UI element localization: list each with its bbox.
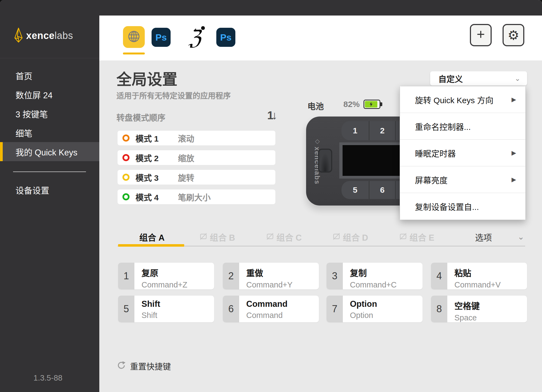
device-button-5: 5: [341, 181, 369, 199]
sidebar-separator: [0, 58, 99, 58]
menu-item-screen-brightness[interactable]: 屏幕亮度 ▶: [400, 166, 525, 193]
menu-item-label: 屏幕亮度: [415, 174, 448, 186]
tab-label: 组合 A: [139, 231, 165, 243]
key-card-1[interactable]: 1 复原 Command+Z: [118, 263, 214, 289]
photoshop-icon: Ps: [155, 32, 167, 43]
dial-mode-row-4[interactable]: 模式 4 笔刷大小: [118, 189, 275, 204]
dial-mode-row-3[interactable]: 模式 3 旋转: [118, 170, 275, 185]
tab-label: 组合 B: [210, 231, 235, 243]
device-mode-button: [318, 149, 332, 173]
preset-value: 自定义: [438, 72, 463, 84]
menu-item-rename-controller[interactable]: 重命名控制器...: [400, 113, 525, 140]
menu-item-sleep-timer[interactable]: 睡眠定时器 ▶: [400, 140, 525, 166]
xencelabs-prism-icon: [14, 28, 23, 44]
tab-set-a[interactable]: 组合 A: [139, 231, 165, 243]
sidebar-item-pen-display-24[interactable]: 数位屏 24: [0, 85, 99, 104]
brand-name-bold: xence: [26, 30, 55, 41]
device-button-6: 6: [369, 181, 396, 199]
device-button-2: 2: [369, 121, 396, 140]
mode-name: 模式 3: [136, 171, 170, 183]
submenu-arrow-icon: ▶: [512, 176, 516, 183]
mode-action: 滚动: [178, 132, 194, 144]
sidebar-item-my-quick-keys[interactable]: 我的 Quick Keys: [0, 142, 99, 161]
key-title: 重做: [246, 266, 292, 278]
key-number: 4: [431, 263, 447, 289]
key-shortcut: Space: [454, 313, 480, 322]
device-button-1: 1: [341, 121, 369, 140]
key-number: 2: [223, 263, 239, 289]
menu-item-copy-device-settings[interactable]: 复制设备设置自...: [400, 193, 525, 220]
gear-icon: ⚙: [507, 27, 519, 43]
key-card-2[interactable]: 2 重做 Command+Y: [223, 263, 319, 289]
brand-name: xencelabs: [26, 30, 73, 41]
settings-gear-button[interactable]: ⚙: [503, 24, 524, 46]
tab-label: 组合 E: [409, 231, 434, 243]
key-shortcut: Command+V: [454, 280, 501, 289]
menu-item-rotate-quick-keys[interactable]: 旋转 Quick Keys 方向 ▶: [400, 86, 525, 113]
xencelabs-mark-icon: ◇: [314, 138, 321, 145]
key-card-5[interactable]: 5 Shift Shift: [118, 296, 214, 322]
dial-mode-order-header: 转盘模式顺序: [116, 111, 165, 123]
key-card-6[interactable]: 6 Command Command: [223, 296, 319, 322]
reset-shortcuts-button[interactable]: 重置快捷键: [117, 360, 171, 372]
battery-icon: [364, 100, 380, 109]
sort-order-icon[interactable]: 1↓: [267, 109, 275, 122]
key-shortcut: Command: [246, 311, 288, 320]
key-title: Option: [350, 299, 377, 309]
reset-circular-arrow-icon: [117, 361, 126, 371]
menu-item-label: 旋转 Quick Keys 方向: [415, 94, 493, 106]
key-number: 1: [118, 263, 134, 289]
chevron-down-icon[interactable]: ⌄: [518, 232, 524, 241]
key-card-4[interactable]: 4 粘贴 Command+V: [431, 263, 527, 289]
sidebar-item-3-button-pen[interactable]: 3 按键笔: [0, 104, 99, 123]
key-card-8[interactable]: 8 空格键 Space: [431, 296, 527, 322]
unassigned-icon: [399, 233, 407, 241]
zbrush-icon: ℨ: [188, 25, 201, 50]
active-app-underline: [123, 53, 145, 54]
sidebar-item-home[interactable]: 首页: [0, 66, 99, 85]
mode-color-ring: [122, 134, 130, 142]
dial-mode-row-2[interactable]: 模式 2 缩放: [118, 150, 275, 165]
photoshop2-app-tile[interactable]: Ps: [216, 28, 235, 47]
key-shortcut: Command+C: [350, 280, 397, 289]
tab-set-c[interactable]: 组合 C: [266, 231, 302, 243]
key-title: 复制: [350, 266, 397, 278]
tab-options-dropdown[interactable]: 选项: [475, 231, 492, 243]
mode-name: 模式 4: [136, 191, 170, 203]
key-shortcut: Command+Z: [141, 280, 187, 289]
brand-name-light: labs: [55, 30, 73, 41]
sidebar-item-device-settings[interactable]: 设备设置: [0, 180, 99, 199]
tab-set-b[interactable]: 组合 B: [200, 231, 235, 243]
key-number: 5: [118, 296, 134, 322]
preset-dropdown[interactable]: 自定义 ⌄: [430, 71, 527, 85]
battery-nub: [380, 102, 382, 106]
mode-action: 笔刷大小: [178, 191, 211, 203]
key-title: Command: [246, 299, 288, 309]
tab-set-d[interactable]: 组合 D: [333, 231, 368, 243]
photoshop-icon: Ps: [220, 32, 232, 43]
tab-label: 组合 D: [343, 231, 368, 243]
submenu-arrow-icon: ▶: [512, 96, 516, 103]
global-settings-app-tile[interactable]: [123, 26, 145, 48]
key-title: 空格键: [454, 299, 480, 311]
zbrush-app-tile[interactable]: ℨ: [181, 23, 208, 50]
sidebar-divider: [13, 171, 86, 172]
lightning-bolt-icon: [369, 102, 373, 107]
unassigned-icon: [200, 233, 207, 241]
page-subtitle: 适用于所有无特定设置的应用程序: [116, 90, 231, 101]
mode-action: 缩放: [178, 152, 194, 164]
tab-label: 组合 C: [276, 231, 302, 243]
add-application-button[interactable]: +: [470, 24, 492, 46]
unassigned-icon: [266, 233, 274, 241]
unassigned-icon: [333, 233, 340, 241]
key-shortcut: Option: [350, 311, 377, 320]
key-title: Shift: [141, 299, 160, 309]
tab-set-e[interactable]: 组合 E: [399, 231, 434, 243]
photoshop-app-tile[interactable]: Ps: [152, 28, 171, 47]
sidebar-item-thin-pen[interactable]: 细笔: [0, 123, 99, 142]
mode-name: 模式 2: [136, 152, 170, 164]
dial-mode-row-1[interactable]: 模式 1 滚动: [118, 131, 275, 145]
reset-label: 重置快捷键: [130, 360, 171, 372]
key-card-3[interactable]: 3 复制 Command+C: [327, 263, 423, 289]
key-card-7[interactable]: 7 Option Option: [327, 296, 423, 322]
